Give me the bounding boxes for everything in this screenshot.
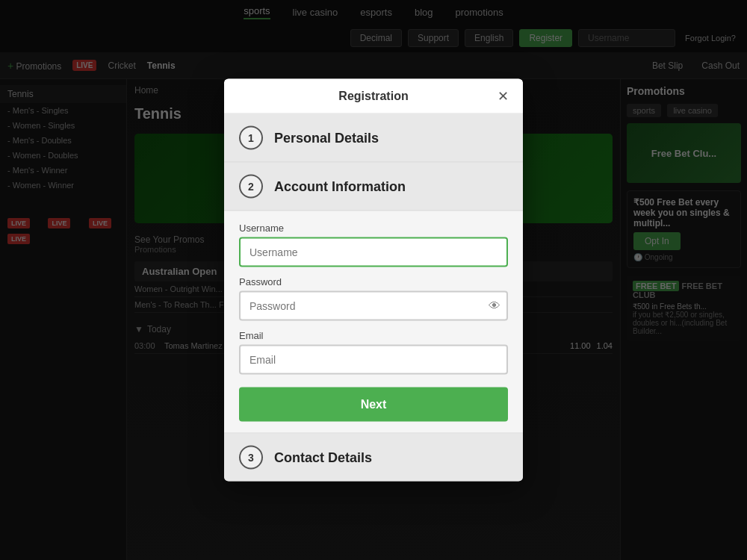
step-1-number: 1 (239, 126, 263, 150)
username-group: Username (239, 223, 508, 267)
email-input[interactable] (239, 345, 508, 375)
eye-icon[interactable]: 👁 (489, 299, 500, 313)
step-1-row[interactable]: 1 Personal Details (224, 114, 523, 163)
next-button[interactable]: Next (239, 388, 508, 422)
step-2-row[interactable]: 2 Account Information (224, 163, 523, 211)
modal-header: Registration ✕ (224, 79, 523, 114)
modal-title: Registration (338, 90, 408, 103)
registration-modal: Registration ✕ 1 Personal Details 2 Acco… (224, 79, 523, 482)
step-1-label: Personal Details (274, 130, 379, 146)
password-wrapper: 👁 (239, 291, 508, 321)
step-2-number: 2 (239, 175, 263, 199)
step-2-label: Account Information (274, 178, 406, 194)
password-label: Password (239, 276, 508, 287)
step-3-number: 3 (239, 446, 263, 470)
step-3-label: Contact Details (274, 449, 372, 465)
password-group: Password 👁 (239, 276, 508, 321)
password-input[interactable] (239, 291, 508, 321)
account-form-section: Username Password 👁 Email Next (224, 211, 523, 434)
email-group: Email (239, 330, 508, 375)
email-label: Email (239, 330, 508, 341)
step-3-row[interactable]: 3 Contact Details (224, 434, 523, 482)
modal-close-button[interactable]: ✕ (494, 87, 512, 105)
username-label: Username (239, 223, 508, 234)
username-input[interactable] (239, 237, 508, 267)
